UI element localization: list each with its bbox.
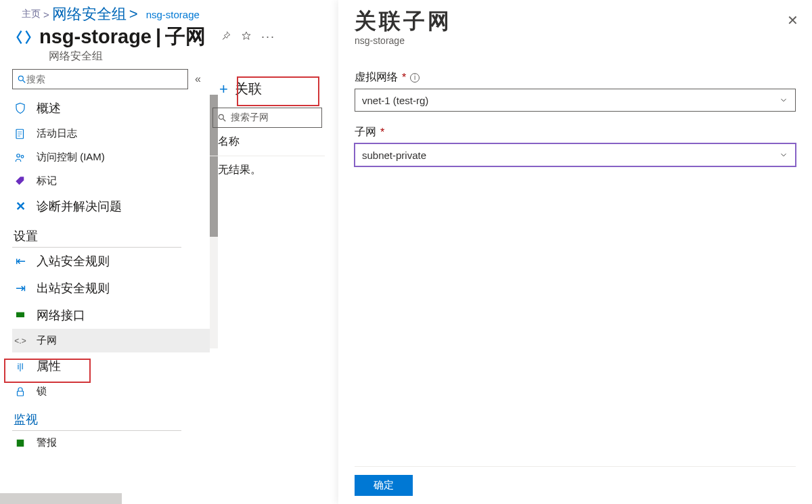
sidebar-item-label: 访问控制 (IAM) xyxy=(37,151,105,164)
svg-line-1 xyxy=(23,81,26,83)
footer-bar xyxy=(0,493,122,504)
sidebar-item-label: 出站安全规则 xyxy=(37,280,110,296)
sidebar-item-subnets[interactable]: <.> 子网 xyxy=(12,329,210,352)
sidebar-item-overview[interactable]: 概述 xyxy=(12,95,210,122)
alert-icon xyxy=(14,437,27,449)
sidebar: « 概述 活动日志 访问控制 (I xyxy=(0,69,210,493)
nic-icon xyxy=(14,309,27,321)
log-icon xyxy=(14,128,27,140)
section-label: 子网 xyxy=(165,23,206,51)
pin-icon[interactable] xyxy=(221,30,231,43)
subnet-search[interactable]: 搜索子网 xyxy=(212,108,322,128)
people-icon xyxy=(14,152,27,164)
sidebar-item-label: 入站安全规则 xyxy=(37,253,110,269)
sidebar-search-input[interactable] xyxy=(26,74,183,85)
flyout-footer: 确定 xyxy=(355,466,796,496)
close-icon[interactable]: ✕ xyxy=(787,12,798,28)
sidebar-item-label: 属性 xyxy=(37,358,61,374)
page-title: nsg-storage | 子网 xyxy=(39,23,206,51)
sidebar-item-label: 子网 xyxy=(37,334,57,347)
chevron-down-icon xyxy=(779,95,788,105)
properties-icon: i|l xyxy=(14,361,27,371)
svg-rect-10 xyxy=(17,439,24,446)
subnet-value: subnet-private xyxy=(362,150,426,161)
vnet-label: 虚拟网络 xyxy=(355,70,398,85)
subnet-label: 子网 xyxy=(355,125,376,139)
empty-results-text: 无结果。 xyxy=(210,156,325,184)
sidebar-item-label: 概述 xyxy=(37,100,61,116)
sidebar-item-alerts[interactable]: 警报 xyxy=(12,431,210,455)
svg-point-0 xyxy=(18,76,23,81)
title-actions: ··· xyxy=(221,30,275,44)
svg-line-12 xyxy=(223,119,226,122)
subnet-field: 子网 * subnet-private xyxy=(355,125,796,166)
search-icon xyxy=(217,113,227,122)
chevron-down-icon xyxy=(779,150,788,160)
vnet-dropdown[interactable]: vnet-1 (test-rg) xyxy=(355,89,796,112)
more-icon[interactable]: ··· xyxy=(261,30,275,44)
inbound-icon: ⇤ xyxy=(14,254,27,269)
vnet-field: 虚拟网络 * i vnet-1 (test-rg) xyxy=(355,70,796,112)
flyout-subtitle: nsg-storage xyxy=(355,35,796,46)
sidebar-item-troubleshoot[interactable]: ✕ 诊断并解决问题 xyxy=(12,193,210,220)
breadcrumb-home[interactable]: 主页 xyxy=(22,8,41,20)
sidebar-item-iam[interactable]: 访问控制 (IAM) xyxy=(12,145,210,169)
associate-label: 关联 xyxy=(235,80,262,98)
troubleshoot-icon: ✕ xyxy=(14,199,27,214)
outbound-icon: ⇥ xyxy=(14,281,27,296)
subnet-dropdown[interactable]: subnet-private xyxy=(355,143,796,166)
breadcrumb-group-link[interactable]: 网络安全组 xyxy=(52,4,127,24)
svg-rect-8 xyxy=(16,313,24,318)
resource-name: nsg-storage xyxy=(39,26,152,48)
associate-subnet-panel: ✕ 关联子网 nsg-storage 虚拟网络 * i vnet-1 (test… xyxy=(338,0,812,504)
tag-icon xyxy=(14,175,27,187)
sidebar-item-label: 网络接口 xyxy=(37,307,85,323)
sidebar-item-inbound-rules[interactable]: ⇤ 入站安全规则 xyxy=(12,248,210,275)
sidebar-item-properties[interactable]: i|l 属性 xyxy=(12,352,210,380)
sidebar-item-label: 诊断并解决问题 xyxy=(37,198,122,214)
required-indicator: * xyxy=(380,127,384,139)
lock-icon xyxy=(14,386,27,398)
info-icon[interactable]: i xyxy=(410,73,420,83)
breadcrumb-sep2: > xyxy=(129,5,138,23)
flyout-title: 关联子网 xyxy=(355,7,796,37)
monitor-group-label: 监视 xyxy=(12,403,181,431)
shield-icon xyxy=(14,102,27,114)
sidebar-item-label: 警报 xyxy=(37,436,57,449)
ok-button[interactable]: 确定 xyxy=(355,475,413,496)
sidebar-item-tags[interactable]: 标记 xyxy=(12,169,210,193)
sidebar-item-label: 锁 xyxy=(37,385,47,398)
title-divider: | xyxy=(156,26,161,48)
subnet-list-pane: + 关联 搜索子网 名称 无结果。 xyxy=(210,69,325,493)
breadcrumb-current: nsg-storage xyxy=(146,9,200,20)
breadcrumb-sep: > xyxy=(43,9,49,20)
column-header-name[interactable]: 名称 xyxy=(210,128,325,156)
svg-point-6 xyxy=(17,154,20,157)
sidebar-item-label: 标记 xyxy=(37,175,57,187)
sidebar-item-network-interfaces[interactable]: 网络接口 xyxy=(12,302,210,329)
required-indicator: * xyxy=(402,72,406,84)
subnet-icon: <.> xyxy=(14,336,27,346)
sidebar-item-locks[interactable]: 锁 xyxy=(12,380,210,403)
subnet-search-placeholder: 搜索子网 xyxy=(231,112,269,124)
vnet-value: vnet-1 (test-rg) xyxy=(362,95,428,106)
plus-icon: + xyxy=(219,81,228,98)
collapse-sidebar-icon[interactable]: « xyxy=(195,73,201,85)
associate-button[interactable]: + 关联 xyxy=(210,74,291,104)
svg-point-11 xyxy=(219,114,223,119)
resource-icon xyxy=(12,26,35,49)
search-icon xyxy=(17,74,26,84)
sidebar-search[interactable] xyxy=(12,69,188,89)
svg-point-7 xyxy=(21,155,24,158)
sidebar-item-outbound-rules[interactable]: ⇥ 出站安全规则 xyxy=(12,275,210,302)
svg-rect-9 xyxy=(18,391,24,396)
settings-group-label: 设置 xyxy=(12,220,181,248)
sidebar-item-activity-log[interactable]: 活动日志 xyxy=(12,122,210,145)
sidebar-item-label: 活动日志 xyxy=(37,127,77,140)
favorite-icon[interactable] xyxy=(241,30,252,43)
